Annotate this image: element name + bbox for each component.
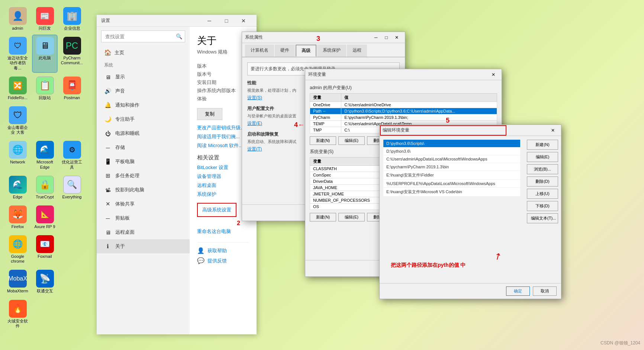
desktop-icon-mypc[interactable]: 🖥 此电脑	[33, 35, 57, 72]
settings-link-productkey[interactable]: 更改产品密钥或升级...	[197, 124, 249, 131]
desktop-icon-jiankong[interactable]: 🛡 迪迈动安全 动作者防毒...	[6, 35, 30, 72]
sys-tab-hardware[interactable]: 硬件	[275, 45, 295, 57]
env-close-btn[interactable]: ✕	[488, 70, 499, 79]
get-help-link[interactable]: 获取帮助	[207, 247, 227, 254]
desktop-icon-qiye[interactable]: 🏢 企业信息	[60, 6, 84, 32]
admin-label: admin	[12, 26, 23, 31]
env-user-row-0[interactable]: OneDrive C:\Users\admin\OneDrive	[310, 102, 497, 108]
settings-link-mssoft[interactable]: 阅读 Microsoft 软件...	[197, 142, 249, 149]
sysprops-maximize-btn[interactable]: □	[381, 33, 392, 42]
watermark: CSDN @顿顿_1204	[600, 340, 640, 346]
help-section: 👤 获取帮助 💬 提供反馈	[197, 242, 249, 264]
env-sys-new-btn[interactable]: 新建(N)	[310, 213, 336, 221]
desktop-icon-postman[interactable]: 📮 Postman	[60, 75, 84, 102]
env-user-edit-btn[interactable]: 编辑(E)	[338, 136, 365, 145]
path-item-6[interactable]: E:\huang\安装文件\Microsoft VS Code\bin	[383, 188, 520, 197]
path-item-3[interactable]: E:\pycharm\PyCharm 2019.1.3\bin	[383, 163, 520, 171]
settings-link-readmore[interactable]: 阅读适用于我们腌...	[197, 133, 249, 140]
advanced-system-settings-link[interactable]: 高级系统设置	[197, 203, 236, 217]
settings-search-input[interactable]	[101, 30, 185, 42]
settings-close-btn[interactable]: ✕	[235, 15, 252, 27]
desktop-icon-everything[interactable]: 🔍 Everything	[60, 174, 84, 201]
desktop-icon-wendang[interactable]: 📰 问巨发	[33, 6, 57, 32]
desktop-icon-foxmail[interactable]: 📧 Foxmail	[33, 234, 57, 265]
settings-nav-remote[interactable]: 🖥 远程桌面	[97, 225, 190, 239]
edit-up-btn[interactable]: 上移(U)	[527, 189, 558, 199]
firefox-label: Firefox	[12, 224, 24, 229]
settings-nav-storage[interactable]: ─ 存储	[97, 140, 190, 155]
edit-ok-btn[interactable]: 确定	[506, 286, 530, 296]
edit-cancel-btn[interactable]: 取消	[533, 286, 557, 296]
jiankong3-label: 优化运营工具	[61, 160, 83, 169]
desktop-icon-axure[interactable]: 📐 Axure RP 9	[33, 204, 57, 231]
settings-nav-shared[interactable]: ✕ 体验共享	[97, 197, 190, 211]
settings-nav-power[interactable]: ⏻ 电源和睡眠	[97, 126, 190, 140]
sys-tab-remote[interactable]: 远程	[347, 45, 367, 57]
desktop-icon-truecrypt[interactable]: 🔒 TrueCrypt	[33, 174, 57, 201]
edit-browse-btn[interactable]: 浏览(B)...	[527, 164, 558, 174]
desktop-icon-edge2[interactable]: 🌊 Edge	[6, 174, 30, 201]
copy-button[interactable]: 复制	[197, 108, 222, 120]
sys-tab-protection[interactable]: 系统保护	[317, 45, 346, 57]
desktop-icon-mobaterm[interactable]: MobaX MobaXterm	[6, 268, 30, 295]
device-manager-link[interactable]: 设备管理器	[197, 173, 249, 180]
settings-nav-display[interactable]: 🖥 显示	[97, 70, 190, 84]
settings-maximize-btn[interactable]: □	[218, 15, 235, 27]
edit-edit-btn[interactable]: 编辑(E)	[527, 152, 558, 162]
desktop-icon-edge[interactable]: 🌊 Microsoft Edge	[33, 139, 57, 171]
focus-label: 专注助手	[115, 116, 135, 123]
desktop-icon-network[interactable]: 🌐 Network	[6, 139, 30, 171]
sys-tab-advanced[interactable]: 高级	[296, 45, 316, 57]
desktop-icon-jiankong3[interactable]: ⚙ 优化运营工具	[60, 139, 84, 171]
settings-page-subtitle: Windows 规格	[197, 49, 249, 55]
desktop-icon-pycharm[interactable]: PC PyCharm Communit...	[60, 35, 84, 72]
settings-nav-multitask[interactable]: ⊞ 多任务处理	[97, 169, 190, 183]
edit-new-btn[interactable]: 新建(N)	[527, 140, 558, 150]
path-item-0[interactable]: D:\python3.6\Scripts\	[383, 140, 520, 148]
edit-text-btn[interactable]: 编辑文本(T)...	[527, 213, 558, 223]
desktop-icon-admin[interactable]: 👤 admin	[6, 6, 30, 32]
edit-close-btn[interactable]: ✕	[548, 126, 558, 135]
desktop-icon-anquan[interactable]: 🔥 火绒安全软件	[6, 298, 30, 330]
desktop-icon-firefox[interactable]: 🦊 Firefox	[6, 204, 30, 231]
sysprops-minimize-btn[interactable]: ─	[371, 33, 381, 42]
path-item-4[interactable]: E:\huang\安装文件\Fiddler	[383, 171, 520, 180]
settings-nav-tablet[interactable]: 📱 平板电脑	[97, 155, 190, 169]
desktop-icon-jiankong2[interactable]: 🛡 金山毒霸企业 大客	[6, 105, 30, 136]
power-label: 电源和睡眠	[115, 130, 139, 137]
rename-computer-link[interactable]: 重命名这台电脑	[197, 228, 249, 235]
settings-home-item[interactable]: 🏠 主页	[97, 46, 190, 59]
feedback-link[interactable]: 提供反馈	[207, 257, 227, 264]
settings-nav-sound[interactable]: 🔊 声音	[97, 84, 190, 98]
remote-label: 远程桌面	[115, 229, 135, 236]
settings-nav-project[interactable]: 📽 投影到此电脑	[97, 183, 190, 197]
edit-delete-btn[interactable]: 删除(D)	[527, 176, 558, 187]
display-label: 显示	[115, 74, 125, 80]
sys-tab-computername[interactable]: 计算机名	[245, 45, 274, 57]
path-item-5[interactable]: %USERPROFILE%\AppData\Local\Microsoft\Wi…	[383, 180, 520, 188]
env-user-row-2[interactable]: PyCharm E:\pycharm\PyCharm 2019.1.3\bin;	[310, 114, 497, 121]
settings-nav-clipboard[interactable]: ─ 剪贴板	[97, 211, 190, 225]
desktop-icon-liantong[interactable]: 📡 联通交互	[33, 268, 57, 295]
desktop-icon-huibanban[interactable]: 📋 回版站	[33, 75, 57, 102]
env-user-row-1[interactable]: Path ← D:\python3.6\Scripts;D:\python3.6…	[310, 108, 497, 114]
remote-desktop-link[interactable]: 远程桌面	[197, 182, 249, 189]
edit-down-btn[interactable]: 下移(D)	[527, 201, 558, 211]
bitlocker-link[interactable]: BitLocker 设置	[197, 164, 249, 171]
settings-home-label: 主页	[115, 49, 124, 56]
settings-minimize-btn[interactable]: ─	[201, 15, 218, 27]
sysprops-close-btn[interactable]: ✕	[392, 33, 402, 42]
edit-path-window: 编辑环境变量 ✕ D:\python3.6\Scripts\ D:\python…	[379, 124, 561, 299]
truecrypt-label: TrueCrypt	[36, 195, 54, 200]
env-sys-edit-btn[interactable]: 编辑(E)	[338, 213, 365, 221]
path-item-1[interactable]: D:\python3.6\	[383, 148, 520, 155]
desktop-icon-fiddler[interactable]: 🔀 FiddleRo...	[6, 75, 30, 102]
settings-nav-about[interactable]: ℹ 关于	[97, 239, 190, 253]
env-user-new-btn[interactable]: 新建(N)	[310, 136, 336, 145]
settings-nav-notification[interactable]: 🔔 通知和操作	[97, 98, 190, 112]
about-os-build: 操作系统内部版本	[197, 87, 249, 94]
system-protection-link[interactable]: 系统保护	[197, 191, 249, 198]
desktop-icon-chrome[interactable]: 🌐 Google chrome	[6, 234, 30, 265]
path-item-2[interactable]: C:\Users\admin\AppData\Local\Microsoft\W…	[383, 155, 520, 163]
settings-nav-focus[interactable]: 🌙 专注助手	[97, 112, 190, 126]
